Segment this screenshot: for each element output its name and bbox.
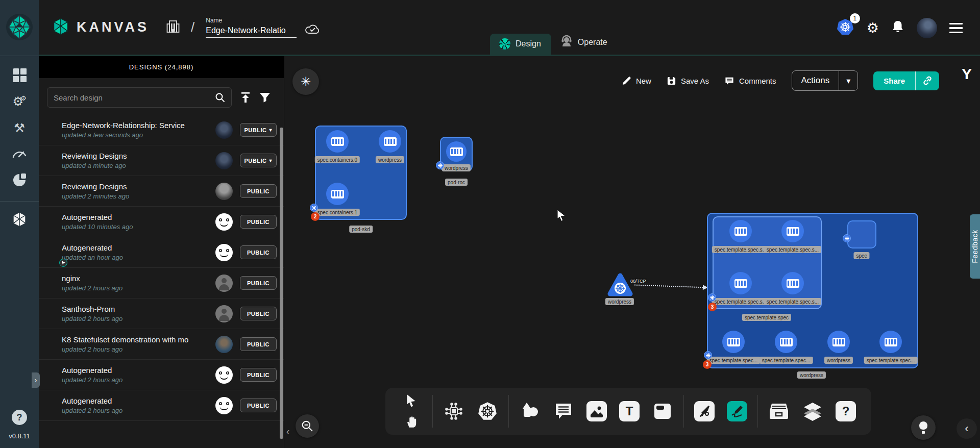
comment-tool-button[interactable] bbox=[553, 401, 574, 422]
k8s-context-switcher[interactable]: 1 bbox=[836, 18, 854, 38]
sidebar-item-configuration[interactable]: ⚒ bbox=[11, 120, 28, 136]
import-design-button[interactable] bbox=[240, 92, 251, 103]
design-row[interactable]: Autogenerated updated 2 hours ago PUBLIC bbox=[39, 390, 284, 421]
actions-button[interactable]: Actions bbox=[792, 71, 839, 90]
actions-caret-button[interactable]: ▾ bbox=[839, 71, 857, 90]
node-service-wordpress[interactable] bbox=[607, 272, 633, 299]
tools-help-button[interactable]: ? bbox=[836, 401, 856, 421]
pan-tool-button[interactable] bbox=[401, 414, 422, 430]
notifications-button[interactable] bbox=[891, 20, 904, 36]
node-container[interactable] bbox=[326, 183, 349, 205]
design-row[interactable]: Edge-Network-Relationship: Service updat… bbox=[39, 115, 284, 145]
design-row[interactable]: Autogenerated updated 10 minutes ago PUB… bbox=[39, 207, 284, 237]
node-container[interactable] bbox=[379, 130, 401, 153]
node-container[interactable] bbox=[326, 130, 349, 153]
select-tool-button[interactable] bbox=[401, 393, 422, 408]
design-row[interactable]: Reviewing Designs updated a minute ago P… bbox=[39, 145, 284, 176]
node-container[interactable] bbox=[729, 220, 752, 242]
collapse-right-button[interactable]: ‹ bbox=[957, 418, 977, 439]
meshery-logo-icon[interactable] bbox=[6, 13, 33, 43]
visibility-chip[interactable]: PUBLIC▾ bbox=[240, 123, 277, 137]
sidebar-item-kanvas[interactable] bbox=[11, 213, 28, 228]
save-icon bbox=[667, 76, 676, 86]
node-container[interactable] bbox=[722, 331, 745, 353]
design-name-input[interactable] bbox=[206, 25, 297, 38]
user-avatar[interactable] bbox=[917, 18, 937, 38]
new-button[interactable]: New bbox=[622, 76, 651, 86]
node-container[interactable] bbox=[879, 331, 902, 353]
components-tool-button[interactable] bbox=[443, 401, 464, 422]
design-owner-avatar bbox=[215, 305, 233, 322]
designs-scrollbar[interactable] bbox=[280, 128, 283, 439]
brand[interactable]: KANVAS bbox=[51, 17, 149, 38]
error-count-badge[interactable]: 3 bbox=[703, 360, 712, 369]
node-container[interactable] bbox=[781, 220, 804, 242]
validator-icon[interactable]: Y bbox=[962, 65, 972, 83]
sidebar-item-lifecycle[interactable]: ⚙ ⚙ bbox=[11, 94, 28, 109]
copy-link-button[interactable] bbox=[915, 71, 939, 90]
operate-tab-label: Operate bbox=[578, 38, 607, 47]
sidebar-item-performance[interactable] bbox=[11, 147, 28, 162]
design-row[interactable]: Reviewing Designs updated 2 minutes ago … bbox=[39, 176, 284, 207]
search-icon bbox=[215, 92, 225, 103]
pen-icon bbox=[698, 405, 711, 418]
cursor-icon bbox=[405, 394, 418, 407]
share-button[interactable]: Share bbox=[873, 71, 915, 90]
breadcrumb-separator: / bbox=[191, 19, 194, 35]
question-icon: ? bbox=[842, 404, 850, 418]
node-container[interactable] bbox=[729, 272, 752, 294]
sidebar-expand-button[interactable]: › bbox=[32, 372, 40, 388]
error-count-badge[interactable]: 2 bbox=[311, 212, 320, 221]
visibility-chip[interactable]: PUBLIC▾ bbox=[240, 154, 277, 167]
design-row[interactable]: K8 Statefulset demonstration with mo upd… bbox=[39, 329, 284, 360]
visibility-chip: PUBLIC bbox=[240, 245, 277, 259]
save-as-button[interactable]: Save As bbox=[667, 76, 709, 86]
vector-pen-tool-button[interactable] bbox=[694, 401, 715, 421]
text-tool-glyph: T bbox=[626, 404, 633, 418]
design-search-input[interactable] bbox=[54, 93, 215, 102]
node-container[interactable] bbox=[446, 141, 467, 162]
gauge-icon bbox=[12, 148, 27, 161]
k8s-badge-icon bbox=[310, 204, 318, 212]
cloud-saved-icon bbox=[305, 23, 320, 37]
settings-button[interactable]: ⚙ bbox=[867, 21, 879, 35]
note-tool-button[interactable] bbox=[652, 401, 673, 422]
design-title: Autogenerated bbox=[62, 243, 215, 252]
node-container[interactable] bbox=[775, 331, 797, 353]
sidebar-item-extensions[interactable] bbox=[11, 173, 28, 189]
error-count-badge[interactable]: 3 bbox=[708, 303, 717, 311]
design-row[interactable]: Autogenerated updated 2 hours ago PUBLIC bbox=[39, 360, 284, 390]
sidebar-item-dashboard[interactable] bbox=[11, 67, 28, 83]
canvas-menu-button[interactable]: ✳ bbox=[292, 68, 319, 95]
k8s-badge-icon bbox=[436, 161, 444, 169]
design-row[interactable]: nginx updated 2 hours ago PUBLIC bbox=[39, 268, 284, 298]
help-button[interactable]: ? bbox=[12, 410, 27, 425]
comments-button[interactable]: Comments bbox=[724, 76, 776, 86]
filter-button[interactable] bbox=[259, 92, 271, 103]
tab-design[interactable]: Design bbox=[490, 34, 551, 55]
share-split-button: Share bbox=[873, 71, 939, 90]
tab-operate[interactable]: Operate bbox=[551, 31, 618, 55]
zoom-control-button[interactable] bbox=[296, 414, 319, 438]
organization-icon[interactable] bbox=[166, 19, 180, 36]
feedback-button[interactable]: Feedback bbox=[970, 214, 980, 279]
image-tool-button[interactable] bbox=[586, 401, 607, 421]
kubernetes-wheel-icon bbox=[477, 401, 498, 421]
freehand-draw-tool-button[interactable] bbox=[727, 401, 747, 421]
layers-tool-button[interactable] bbox=[802, 401, 823, 422]
design-updated: updated an hour ago bbox=[62, 254, 215, 261]
text-tool-button[interactable]: T bbox=[619, 401, 640, 421]
menu-button[interactable] bbox=[949, 23, 963, 34]
drawer-tool-button[interactable] bbox=[768, 401, 790, 422]
design-title: Autogenerated bbox=[62, 213, 215, 221]
kubernetes-tool-button[interactable] bbox=[477, 401, 498, 422]
node-container[interactable] bbox=[781, 272, 804, 294]
shapes-tool-button[interactable] bbox=[519, 401, 541, 422]
node-container[interactable] bbox=[827, 331, 850, 353]
collapse-panel-button[interactable]: ‹ bbox=[284, 422, 291, 440]
design-row[interactable]: Autogenerated updated an hour ago PUBLIC bbox=[39, 237, 284, 268]
design-row[interactable]: Santhosh-Prom updated 2 hours ago PUBLIC bbox=[39, 298, 284, 329]
design-canvas[interactable]: ✳ New Save As Comments bbox=[284, 56, 980, 448]
guided-tour-button[interactable] bbox=[911, 415, 936, 440]
node-spec[interactable] bbox=[847, 220, 876, 248]
